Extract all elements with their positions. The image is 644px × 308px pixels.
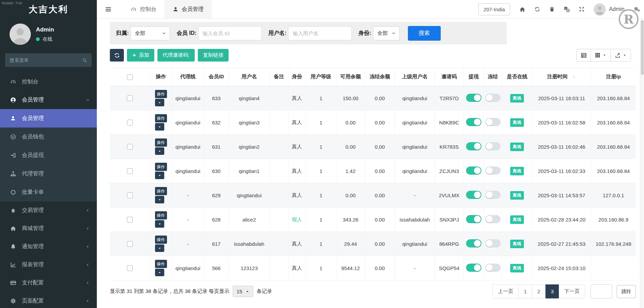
column-header[interactable]: 备注 [270,68,288,86]
sidebar-item-trade-manage[interactable]: ฿ 交易管理 [0,201,97,219]
caret-down-icon[interactable] [155,269,164,276]
withdraw-toggle[interactable] [466,215,481,223]
page-button-3[interactable]: 3 [545,284,559,298]
withdraw-toggle[interactable] [466,166,481,175]
withdraw-toggle[interactable] [466,239,481,247]
owner-select[interactable]: 全部 [130,26,170,40]
column-header[interactable]: 身份 [288,68,306,86]
withdraw-toggle[interactable] [466,142,481,150]
column-header[interactable]: 用户等级 [306,68,336,86]
page-jump-input[interactable] [590,284,612,298]
row-checkbox[interactable] [127,241,133,247]
action-dropdown-button[interactable]: 操作 [155,260,167,276]
freeze-toggle[interactable] [485,239,501,247]
search-button[interactable]: 搜索 [408,26,441,41]
row-checkbox[interactable] [127,192,133,198]
prev-page-button[interactable]: 上一页 [492,284,519,298]
row-checkbox[interactable] [127,217,133,223]
search-icon[interactable] [82,58,87,63]
withdraw-toggle[interactable] [466,118,481,126]
member-id-input[interactable] [198,26,262,40]
caret-down-icon[interactable] [155,147,164,155]
action-dropdown-button[interactable]: 操作 [155,163,167,179]
column-header[interactable]: 冻结余额 [365,68,395,86]
action-dropdown-button[interactable]: 操作 [155,90,167,106]
freeze-toggle[interactable] [485,264,501,272]
action-button-label[interactable]: 操作 [155,211,167,219]
translate-icon[interactable]: 文A [564,6,570,12]
withdraw-toggle[interactable] [466,94,481,102]
withdraw-toggle[interactable] [466,264,481,272]
sidebar-item-agent-manage[interactable]: 代理管理 [0,164,97,183]
agent-invite-code-button[interactable]: 代理邀请码: [157,49,195,62]
column-header[interactable]: 提现 [464,68,484,86]
action-dropdown-button[interactable]: 操作 [155,236,167,252]
sidebar-item-mall-manage[interactable]: 商城管理 [0,219,97,238]
fullscreen-icon[interactable] [579,6,584,12]
jump-button[interactable]: 跳转 [617,285,636,298]
action-dropdown-button[interactable]: 操作 [155,187,167,203]
freeze-toggle[interactable] [485,118,501,126]
sidebar-item-member-wallet[interactable]: cc 会员钱包 [0,128,97,146]
copy-link-button[interactable]: 复制链接 [198,49,229,62]
freeze-toggle[interactable] [485,142,501,150]
region-button[interactable]: 207-India [478,3,510,15]
page-button-1[interactable]: 1 [518,284,532,298]
row-checkbox[interactable] [127,265,133,271]
sidebar-toggle-button[interactable] [105,6,112,13]
sidebar-item-member-withdraw[interactable]: 会员提现 [0,146,97,164]
column-header[interactable]: 用户名 [229,68,270,86]
table-view-button[interactable] [577,49,591,62]
settings-gears-icon[interactable] [634,6,640,12]
action-button-label[interactable]: 操作 [155,90,167,98]
action-button-label[interactable]: 操作 [155,187,167,195]
add-button[interactable]: 添加 [127,49,154,62]
sidebar-item-payment-config[interactable]: 支付配置 [0,274,97,292]
action-button-label[interactable]: 操作 [155,138,167,147]
row-checkbox[interactable] [127,144,133,150]
withdraw-toggle[interactable] [466,191,481,199]
next-page-button[interactable]: 下一页 [559,284,585,298]
sidebar-item-batch-orders[interactable]: 批量卡单 [0,183,97,201]
freeze-toggle[interactable] [485,94,501,102]
refresh-icon[interactable] [534,6,540,12]
freeze-toggle[interactable] [485,191,501,199]
tab-member-management[interactable]: 会员管理 [165,0,212,18]
column-header[interactable]: 邀请码 [435,68,464,86]
sidebar-item-members-group[interactable]: 会员管理 [0,91,97,109]
sort-icon[interactable] [572,74,576,80]
sidebar-item-dashboard[interactable]: 控制台 [0,73,97,91]
row-checkbox[interactable] [127,120,133,125]
column-header[interactable]: 操作 [150,68,172,86]
row-checkbox[interactable] [127,168,133,174]
refresh-button[interactable] [110,49,124,62]
topbar-user-menu[interactable]: Admin [594,3,624,15]
select-all-checkbox[interactable] [127,74,133,80]
caret-down-icon[interactable] [155,244,164,252]
column-header[interactable]: 冻结 [484,68,502,86]
column-header[interactable]: 注册时间 [532,68,591,86]
action-button-label[interactable]: 操作 [155,114,167,122]
home-icon[interactable] [519,6,525,12]
scrollbar[interactable] [640,19,644,308]
sidebar-item-members[interactable]: 会员管理 [0,109,97,128]
identity-select[interactable]: 全部 [373,26,400,40]
sidebar-item-page-config[interactable]: 页面配置 [0,292,97,308]
column-header[interactable]: 会员ID [204,68,229,86]
freeze-toggle[interactable] [485,166,501,175]
sidebar-item-report-manage[interactable]: 报表管理 [0,256,97,274]
action-dropdown-button[interactable]: 操作 [155,114,167,131]
columns-toggle-button[interactable] [591,49,611,62]
column-header[interactable]: 注册ip [591,68,636,86]
action-button-label[interactable]: 操作 [155,236,167,244]
page-button-2[interactable]: 2 [532,284,545,298]
column-header[interactable]: 是否在线 [502,68,532,86]
export-button[interactable] [610,49,631,62]
action-dropdown-button[interactable]: 操作 [155,211,167,228]
page-size-select[interactable]: 15 [233,286,253,297]
scrollbar-thumb[interactable] [641,20,644,75]
action-dropdown-button[interactable]: 操作 [155,138,167,155]
trash-icon[interactable] [549,6,555,12]
column-header[interactable]: 可用余额 [336,68,365,86]
row-checkbox[interactable] [127,95,133,101]
